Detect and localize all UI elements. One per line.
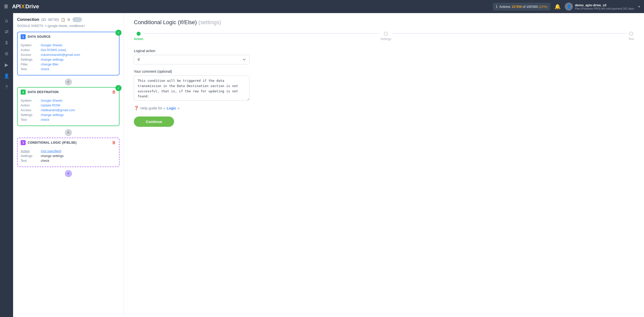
step-2-action-label: Action — [21, 103, 41, 107]
user-chevron-icon[interactable]: ▾ — [638, 5, 640, 9]
prog-label-test: Test — [628, 37, 634, 41]
user-info: demo_apix-drive_s3 Plan |Premium PRO| le… — [575, 3, 634, 10]
step-1-filter-row: Filter change filter — [21, 62, 116, 66]
step-2-delete-icon[interactable]: 🗑 — [112, 90, 116, 94]
topnav: ☰ API X Drive ℹ Actions: 22'059 of 100'0… — [0, 0, 644, 13]
logo-x: X — [21, 3, 25, 10]
user-menu[interactable]: 👤 demo_apix-drive_s3 Plan |Premium PRO| … — [565, 3, 634, 11]
help-line: ❓ Help guide for « Logic » — [134, 106, 250, 110]
step-1-system-label: System — [21, 43, 41, 47]
comment-textarea[interactable]: This condition will be triggered if the … — [134, 75, 250, 101]
prog-label-settings: Settings — [380, 37, 391, 41]
plan-label: Plan |Premium PRO| left until payment 26… — [575, 7, 634, 10]
connection-id: (ID: 48730) — [41, 18, 59, 22]
actions-badge: ℹ Actions: 22'059 of 100'000 (22%) — [493, 3, 550, 11]
step-1-system-value[interactable]: Google Sheets — [41, 43, 62, 47]
prog-dot-action — [137, 32, 141, 36]
prog-line-1 — [144, 33, 379, 34]
right-panel: Conditional Logic (If/Else) (settings) A… — [124, 13, 644, 317]
step-2-system-value[interactable]: Google Sheets — [41, 99, 62, 102]
step-3-settings-value[interactable]: change settings — [41, 154, 64, 158]
sidebar-item-tools[interactable]: ⚙ — [2, 49, 11, 58]
step-1-action-value[interactable]: Get ROWS (new) — [41, 48, 66, 52]
sidebar-item-home[interactable]: ⌂ — [2, 16, 11, 25]
prog-dot-test — [629, 32, 633, 36]
logo-api: API — [12, 3, 21, 10]
actions-count: 22'059 — [512, 5, 522, 9]
step-1-filter-label: Filter — [21, 62, 41, 66]
prog-line-2 — [392, 33, 627, 34]
step-1-check: ✓ — [115, 30, 122, 36]
step-card-2: ✓ 2 DATA DESTINATION 🗑 System Google She… — [17, 87, 119, 126]
step-3-test-value[interactable]: check — [41, 159, 49, 163]
actions-pct: (22%) — [539, 5, 548, 9]
connection-toggle[interactable] — [72, 17, 82, 22]
step-1-header: 1 DATA SOURCE — [18, 32, 119, 41]
step-3-action-value[interactable]: (not specified) — [41, 149, 61, 153]
help-circle-icon: ❓ — [134, 106, 139, 110]
connection-header: Connection (ID: 48730) 📋 ⚙ — [17, 17, 119, 22]
step-2-check: ✓ — [115, 85, 122, 91]
add-connector-3[interactable]: + — [65, 170, 72, 177]
step-2-access-row: Access riddleandrii@gmail.com — [21, 108, 116, 112]
step-2-system-label: System — [21, 99, 41, 102]
step-2-settings-row: Settings change settings — [21, 113, 116, 117]
step-3-settings-row: Settings change settings — [21, 154, 116, 158]
step-2-action-value[interactable]: Update ROW — [41, 103, 60, 107]
sidebar-item-connections[interactable]: ⇄ — [2, 27, 11, 36]
step-1-body: System Google Sheets Action Get ROWS (ne… — [18, 41, 119, 75]
settings-icon[interactable]: ⚙ — [67, 18, 70, 22]
step-2-test-value[interactable]: check — [41, 118, 49, 122]
comment-label: Your comment (optional) — [134, 69, 250, 73]
step-3-header: 3 CONDITIONAL LOGIC (IF/ELSE) 🗑 — [18, 138, 119, 147]
left-panel: Connection (ID: 48730) 📋 ⚙ GOOGLE SHEETS… — [13, 13, 124, 317]
step-1-system-row: System Google Sheets — [21, 43, 116, 47]
step-3-delete-icon[interactable]: 🗑 — [112, 140, 116, 145]
actions-label: Actions: — [499, 5, 511, 9]
step-1-badge: 1 — [21, 34, 26, 39]
help-prefix: Help guide for « — [140, 106, 165, 110]
hamburger-icon[interactable]: ☰ — [4, 4, 8, 9]
copy-icon[interactable]: 📋 — [61, 18, 65, 22]
sidebar-item-help[interactable]: ? — [2, 83, 11, 92]
continue-button[interactable]: Continue — [134, 116, 174, 127]
step-card-3: 3 CONDITIONAL LOGIC (IF/ELSE) 🗑 Action (… — [17, 138, 119, 167]
add-connector-1[interactable]: + — [65, 78, 72, 86]
page-title-text: Conditional Logic (If/Else) — [134, 19, 197, 25]
step-2-test-row: Test check — [21, 118, 116, 122]
sidebar-item-profile[interactable]: 👤 — [2, 71, 11, 81]
actions-of: of — [523, 5, 526, 9]
prog-step-test: Test — [628, 32, 634, 41]
step-1-settings-value[interactable]: change settings — [41, 58, 64, 61]
step-3-test-label: Test — [21, 159, 41, 163]
step-2-action-row: Action Update ROW — [21, 103, 116, 107]
step-2-settings-value[interactable]: change settings — [41, 113, 64, 117]
step-2-title: DATA DESTINATION — [28, 90, 112, 94]
actions-total: 100'000 — [526, 5, 538, 9]
progress-steps: Action Settings Test — [134, 32, 634, 41]
step-1-test-row: Test check — [21, 67, 116, 71]
step-1-access-value[interactable]: maverickandrii@gmail.com — [41, 53, 80, 57]
step-2-system-row: System Google Sheets — [21, 99, 116, 102]
sidebar-item-video[interactable]: ▶ — [2, 60, 11, 69]
step-3-action-row: Action (not specified) — [21, 149, 116, 153]
step-3-test-row: Test check — [21, 159, 116, 163]
step-1-access-row: Access maverickandrii@gmail.com — [21, 53, 116, 57]
prog-label-action: Action — [134, 37, 143, 41]
sidebar-item-billing[interactable]: $ — [2, 38, 11, 47]
step-1-test-value[interactable]: check — [41, 67, 49, 71]
help-link[interactable]: Logic — [167, 106, 176, 110]
add-connector-2[interactable]: + — [65, 129, 72, 136]
prog-step-action: Action — [134, 32, 143, 41]
step-3-body: Action (not specified) Settings change s… — [18, 147, 119, 167]
step-2-access-value[interactable]: riddleandrii@gmail.com — [41, 108, 75, 112]
bell-icon[interactable]: 🔔 — [554, 4, 561, 10]
step-2-badge: 2 — [21, 90, 26, 95]
step-3-settings-label: Settings — [21, 154, 41, 158]
step-1-filter-value[interactable]: change filter — [41, 62, 59, 66]
step-card-1: ✓ 1 DATA SOURCE System Google Sheets Act… — [17, 32, 119, 75]
logical-action-select[interactable]: If Else Else If — [134, 55, 250, 64]
page-title: Conditional Logic (If/Else) (settings) — [134, 19, 634, 26]
step-3-action-label: Action — [21, 149, 41, 153]
prog-step-settings: Settings — [380, 32, 391, 41]
